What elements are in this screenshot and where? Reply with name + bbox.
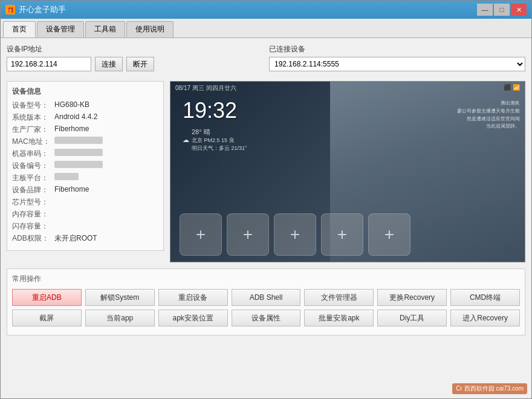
info-device-id: 设备编号： <box>12 161 158 171</box>
btn-adb-shell[interactable]: ADB Shell <box>232 289 301 306</box>
ops-row-2: 截屏 当前app apk安装位置 设备属性 批量安装apk Diy工具 进入Re… <box>12 310 520 326</box>
screen-text-overlay: 弗出溯炙 廖公司参股主播遭天每月生般 然是遭难活适应世世间闯 当此追渴望静。 <box>457 100 520 131</box>
btn-current-app[interactable]: 当前app <box>85 310 155 326</box>
info-model: 设备型号： HG680-KB <box>12 100 158 111</box>
app-icon-1: + <box>180 213 222 256</box>
weather-tomorrow: 明日天气：多云 21/31° <box>192 144 247 152</box>
btn-cmd[interactable]: CMD终端 <box>450 289 520 306</box>
info-board-val <box>54 173 79 180</box>
info-board: 主板平台： <box>12 173 158 183</box>
device-info-title: 设备信息 <box>12 86 158 97</box>
main-window: 🎁 开心盒子助手 — □ ✕ 首页 设备管理 工具箱 使用说明 设备IP地址 连… <box>0 0 532 399</box>
app-icon: 🎁 <box>5 5 15 15</box>
weather-city: 北京 PM2.5 15 良 <box>192 137 247 144</box>
top-section: 设备IP地址 连接 断开 已连接设备 192.168.2.114:5555 <box>7 44 525 76</box>
common-ops-panel: 常用操作 重启ADB 解锁System 重启设备 ADB Shell 文件管理器… <box>7 268 525 336</box>
main-area: 设备信息 设备型号： HG680-KB 系统版本： Android 4.4.2 … <box>7 81 525 262</box>
tab-toolbox[interactable]: 工具箱 <box>85 21 125 37</box>
info-os: 系统版本： Android 4.4.2 <box>12 112 158 123</box>
btn-apk-location[interactable]: apk安装位置 <box>158 310 228 326</box>
screen-date: 08/17 周三 闰四月廿六 <box>175 84 236 92</box>
info-brand-val: Fiberhome <box>54 185 89 195</box>
btn-enter-recovery[interactable]: 进入Recovery <box>450 310 520 326</box>
info-serial: 机器串码： <box>12 149 158 159</box>
info-brand: 设备品牌： Fiberhome <box>12 185 158 195</box>
watermark: Cr 西西软件园 cai73.com <box>452 383 527 394</box>
left-connection-panel: 设备IP地址 连接 断开 <box>7 44 263 76</box>
weather-icon: ☁ <box>183 136 189 144</box>
close-button[interactable]: ✕ <box>511 4 527 16</box>
screen-statusbar: 08/17 周三 闰四月廿六 ⬛ 📶 <box>170 82 525 95</box>
screen-preview: 08/17 周三 闰四月廿六 ⬛ 📶 19:32 ☁ 28° 晴 北京 PM2.… <box>170 81 525 262</box>
btn-restart-adb[interactable]: 重启ADB <box>12 289 82 306</box>
info-model-val: HG680-KB <box>54 100 89 111</box>
window-controls: — □ ✕ <box>477 4 527 16</box>
screen-icons: ⬛ 📶 <box>504 84 520 92</box>
app-icon-3: + <box>274 213 316 256</box>
title-bar: 🎁 开心盒子助手 — □ ✕ <box>1 1 531 19</box>
app-icon-2: + <box>227 213 269 256</box>
ops-title: 常用操作 <box>12 274 520 284</box>
tab-help[interactable]: 使用说明 <box>126 21 174 37</box>
screen-overlay: 08/17 周三 闰四月廿六 ⬛ 📶 19:32 ☁ 28° 晴 北京 PM2.… <box>170 82 525 262</box>
ip-label: 设备IP地址 <box>7 44 263 54</box>
device-info-panel: 设备信息 设备型号： HG680-KB 系统版本： Android 4.4.2 … <box>7 81 164 262</box>
disconnect-button[interactable]: 断开 <box>126 57 154 71</box>
btn-reboot-device[interactable]: 重启设备 <box>158 289 228 306</box>
minimize-button[interactable]: — <box>477 4 493 16</box>
main-content: 设备IP地址 连接 断开 已连接设备 192.168.2.114:5555 设备… <box>1 38 531 398</box>
btn-unlock-system[interactable]: 解锁System <box>85 289 155 306</box>
btn-device-props[interactable]: 设备属性 <box>232 310 301 326</box>
btn-diy-tools[interactable]: Diy工具 <box>377 310 447 326</box>
info-mac-val <box>54 137 103 144</box>
info-device-id-val <box>54 161 103 168</box>
connected-label: 已连接设备 <box>269 44 525 54</box>
info-mac: MAC地址： <box>12 137 158 147</box>
connected-device-select[interactable]: 192.168.2.114:5555 <box>269 57 525 71</box>
info-serial-val <box>54 149 103 156</box>
btn-screenshot[interactable]: 截屏 <box>12 310 82 326</box>
info-os-val: Android 4.4.2 <box>54 112 97 123</box>
tab-device-manage[interactable]: 设备管理 <box>37 21 84 37</box>
device-info-box: 设备信息 设备型号： HG680-KB 系统版本： Android 4.4.2 … <box>7 81 164 251</box>
connect-button[interactable]: 连接 <box>95 57 123 71</box>
btn-file-manager[interactable]: 文件管理器 <box>304 289 374 306</box>
info-mfr-val: Fiberhome <box>54 125 89 135</box>
tab-bar: 首页 设备管理 工具箱 使用说明 <box>1 19 531 38</box>
info-flash: 闪存容量： <box>12 221 158 232</box>
btn-replace-recovery[interactable]: 更换Recovery <box>377 289 447 306</box>
btn-batch-install[interactable]: 批量安装apk <box>304 310 374 326</box>
info-ram: 内存容量： <box>12 209 158 219</box>
tab-home[interactable]: 首页 <box>3 21 36 37</box>
info-adb: ADB权限： 未开启ROOT <box>12 233 158 244</box>
info-chip: 芯片型号： <box>12 197 158 207</box>
app-icon-4: + <box>321 213 363 256</box>
ops-row-1: 重启ADB 解锁System 重启设备 ADB Shell 文件管理器 更换Re… <box>12 289 520 306</box>
screen-apps: + + + + + <box>170 165 525 262</box>
ip-input[interactable] <box>7 57 91 71</box>
weather-temp: 28° 晴 <box>192 128 247 137</box>
ip-row: 连接 断开 <box>7 57 263 71</box>
window-title: 开心盒子助手 <box>19 4 477 15</box>
right-connection-panel: 已连接设备 192.168.2.114:5555 <box>269 44 525 76</box>
maximize-button[interactable]: □ <box>494 4 510 16</box>
app-icon-5: + <box>368 213 410 256</box>
info-mfr: 生产厂家： Fiberhome <box>12 125 158 135</box>
info-adb-val: 未开启ROOT <box>54 233 97 244</box>
